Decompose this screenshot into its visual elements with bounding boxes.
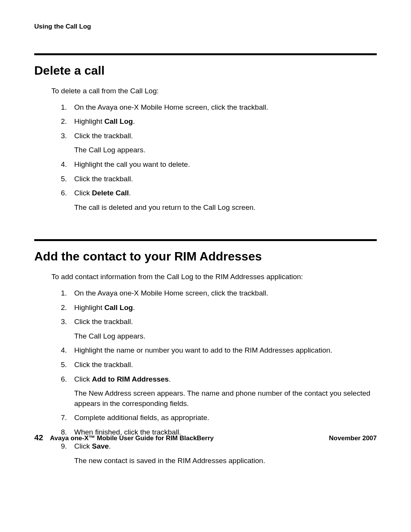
step-text: On the Avaya one-X Mobile Home screen, c… <box>74 102 377 113</box>
step-number: 3. <box>61 317 67 327</box>
step-text: Click the trackball. <box>74 174 377 184</box>
step-number: 9. <box>61 441 67 452</box>
bold-text: Call Log <box>104 304 133 312</box>
step-item: 2.Highlight Call Log. <box>61 303 377 313</box>
step-item: 1.On the Avaya one-X Mobile Home screen,… <box>61 102 377 113</box>
step-item: 4.Highlight the call you want to delete. <box>61 160 377 170</box>
bold-text: Add to RIM Addresses <box>92 375 169 383</box>
step-result: The call is deleted and you return to th… <box>74 203 377 213</box>
step-item: 1.On the Avaya one-X Mobile Home screen,… <box>61 288 377 299</box>
bold-text: Delete Call <box>92 189 129 197</box>
step-number: 2. <box>61 303 67 313</box>
step-text: Click the trackball. <box>74 317 377 327</box>
step-number: 6. <box>61 374 67 385</box>
step-item: 3.Click the trackball.The Call Log appea… <box>61 131 377 155</box>
footer-date: November 2007 <box>329 435 377 442</box>
step-number: 4. <box>61 345 67 356</box>
step-number: 1. <box>61 288 67 299</box>
section: Add the contact to your RIM AddressesTo … <box>34 239 377 466</box>
step-result: The Call Log appears. <box>74 331 377 342</box>
section-intro: To add contact information from the Call… <box>51 272 377 282</box>
step-number: 1. <box>61 102 67 113</box>
section: Delete a callTo delete a call from the C… <box>34 53 377 212</box>
step-item: 5.Click the trackball. <box>61 174 377 184</box>
step-item: 6.Click Delete Call.The call is deleted … <box>61 188 377 212</box>
step-result: The new contact is saved in the RIM Addr… <box>74 456 377 466</box>
step-item: 5.Click the trackball. <box>61 360 377 370</box>
step-text: Click the trackball. <box>74 131 377 141</box>
step-number: 2. <box>61 117 67 127</box>
step-item: 9.Click Save.The new contact is saved in… <box>61 441 377 466</box>
section-divider <box>34 239 377 241</box>
section-heading: Add the contact to your RIM Addresses <box>34 249 377 264</box>
section-heading: Delete a call <box>34 64 377 78</box>
section-intro: To delete a call from the Call Log: <box>51 86 377 96</box>
page-number: 42 <box>34 433 43 442</box>
step-text: Highlight the call you want to delete. <box>74 160 377 170</box>
step-text: Complete additional fields, as appropria… <box>74 413 377 423</box>
section-divider <box>34 53 377 55</box>
page-footer: 42 Avaya one-X™ Mobile User Guide for RI… <box>34 433 377 442</box>
step-number: 3. <box>61 131 67 141</box>
step-number: 4. <box>61 160 67 170</box>
step-item: 3.Click the trackball.The Call Log appea… <box>61 317 377 341</box>
step-number: 5. <box>61 174 67 184</box>
step-text: On the Avaya one-X Mobile Home screen, c… <box>74 288 377 299</box>
step-item: 7.Complete additional fields, as appropr… <box>61 413 377 423</box>
step-text: Highlight Call Log. <box>74 117 377 127</box>
step-number: 7. <box>61 413 67 423</box>
step-result: The New Address screen appears. The name… <box>74 388 377 409</box>
step-result: The Call Log appears. <box>74 145 377 155</box>
bold-text: Save <box>92 442 108 450</box>
step-text: Click the trackball. <box>74 360 377 370</box>
step-item: 2.Highlight Call Log. <box>61 117 377 127</box>
sections-container: Delete a callTo delete a call from the C… <box>34 53 377 466</box>
step-number: 5. <box>61 360 67 370</box>
step-text: Click Save. <box>74 441 377 452</box>
step-item: 6.Click Add to RIM Addresses.The New Add… <box>61 374 377 409</box>
step-text: Highlight the name or number you want to… <box>74 345 377 356</box>
step-number: 6. <box>61 188 67 198</box>
step-text: Click Add to RIM Addresses. <box>74 374 377 385</box>
step-item: 4.Highlight the name or number you want … <box>61 345 377 356</box>
step-list: 1.On the Avaya one-X Mobile Home screen,… <box>61 102 377 213</box>
page-header: Using the Call Log <box>34 23 377 30</box>
bold-text: Call Log <box>104 117 133 125</box>
step-text: Click Delete Call. <box>74 188 377 198</box>
footer-title: Avaya one-X™ Mobile User Guide for RIM B… <box>50 435 213 442</box>
step-text: Highlight Call Log. <box>74 303 377 313</box>
